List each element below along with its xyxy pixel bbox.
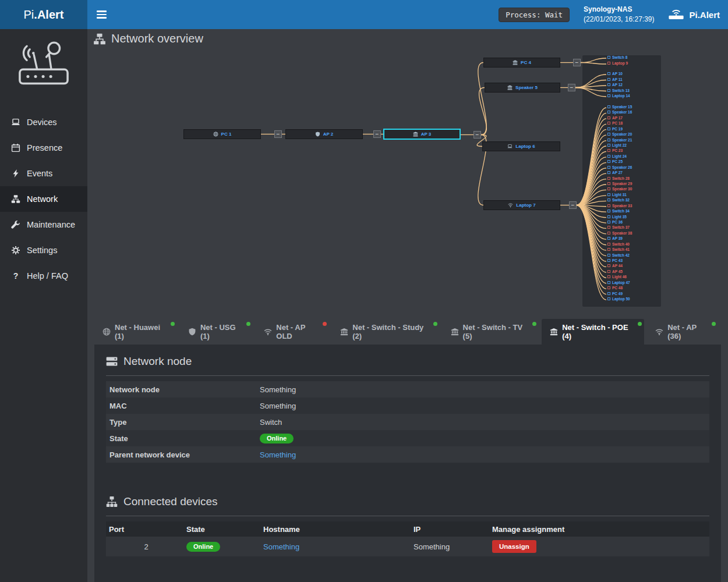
tab-net-huawei-1[interactable]: Net - Huawei (1) — [94, 319, 177, 345]
device-switch-41[interactable]: Switch 41 — [607, 247, 630, 251]
device-speaker-26[interactable]: Speaker 26 — [607, 165, 632, 169]
device-ap-11[interactable]: AP 11 — [607, 77, 623, 81]
device-pc-48[interactable]: PC 48 — [607, 286, 623, 290]
device-pc-19[interactable]: PC 19 — [607, 127, 623, 131]
collapse-toggle[interactable]: − — [373, 130, 381, 138]
device-pc-49[interactable]: PC 49 — [607, 292, 623, 296]
device-label: Speaker 16 — [612, 110, 632, 114]
tab-label: Net - AP (36) — [667, 323, 710, 340]
collapse-toggle[interactable]: − — [569, 201, 577, 209]
tab-net-switch-study-2[interactable]: Net - Switch - Study (2) — [332, 319, 439, 345]
tab-net-switch-poe-4[interactable]: Net - Switch - POE (4) — [542, 319, 644, 345]
device-light-46[interactable]: Light 46 — [607, 275, 627, 279]
device-speaker-30[interactable]: Speaker 30 — [607, 187, 632, 191]
network-wired-icon — [93, 33, 106, 45]
device-pc-36[interactable]: PC 36 — [607, 220, 623, 224]
network-node-laptop-7[interactable]: Laptop 7 — [483, 200, 560, 210]
network-node-speaker-5[interactable]: Speaker 5 — [485, 83, 560, 93]
device-switch-28[interactable]: Switch 28 — [607, 176, 630, 180]
device-pc-25[interactable]: PC 25 — [607, 159, 623, 164]
device-speaker-20[interactable]: Speaker 20 — [607, 132, 632, 136]
sidebar-item-presence[interactable]: Presence — [0, 135, 87, 161]
sidebar-item-network[interactable]: Network — [0, 186, 87, 212]
device-speaker-16[interactable]: Speaker 16 — [607, 110, 632, 114]
collapse-toggle[interactable]: − — [473, 131, 481, 139]
device-light-35[interactable]: Light 35 — [607, 215, 627, 219]
device-ap-17[interactable]: AP 17 — [607, 116, 623, 120]
pc-icon — [607, 221, 610, 223]
unassign-button[interactable]: Unassign — [492, 540, 536, 553]
device-laptop-47[interactable]: Laptop 47 — [607, 281, 630, 285]
detail-value: Switch — [260, 418, 282, 427]
device-ap-39[interactable]: AP 39 — [607, 236, 623, 240]
sidebar-item-maintenance[interactable]: Maintenance — [0, 212, 87, 237]
device-pc-18[interactable]: PC 18 — [607, 121, 623, 125]
wifi-icon — [508, 203, 513, 208]
device-label: AP 11 — [612, 77, 623, 81]
ap-icon — [607, 72, 610, 75]
sidebar-item-events[interactable]: Events — [0, 161, 87, 186]
device-pc-43[interactable]: PC 43 — [607, 258, 623, 262]
device-light-22[interactable]: Light 22 — [607, 143, 627, 147]
device-laptop-9[interactable]: Laptop 9 — [607, 61, 628, 65]
device-label: Speaker 33 — [612, 204, 632, 208]
bank-icon — [340, 328, 348, 336]
tab-net-usg-1[interactable]: Net - USG (1) — [180, 319, 253, 345]
device-switch-8[interactable]: Switch 8 — [607, 55, 627, 59]
device-laptop-50[interactable]: Laptop 50 — [607, 297, 630, 301]
device-speaker-21[interactable]: Speaker 21 — [607, 138, 632, 142]
tab-net-ap-old[interactable]: Net - AP OLD — [256, 319, 329, 345]
settings-icon — [11, 246, 20, 255]
device-ap-45[interactable]: AP 45 — [607, 269, 623, 274]
collapse-toggle[interactable]: − — [274, 130, 282, 138]
sidebar-item-settings[interactable]: Settings — [0, 237, 87, 263]
ap-icon — [607, 270, 610, 273]
device-light-31[interactable]: Light 31 — [607, 193, 627, 197]
parent-device-link[interactable]: Something — [260, 450, 296, 459]
status-dot — [532, 322, 536, 326]
top-header: Pi.Alert Process: Wait Synology-NAS (22/… — [0, 0, 728, 29]
device-speaker-33[interactable]: Speaker 33 — [607, 204, 632, 208]
device-speaker-38[interactable]: Speaker 38 — [607, 231, 632, 235]
ip-cell: Something — [411, 537, 489, 556]
switch-icon — [607, 198, 610, 201]
network-node-pc-1[interactable]: PC 1 — [183, 129, 261, 139]
status-dot — [433, 322, 437, 326]
collapse-toggle[interactable]: − — [573, 59, 581, 66]
app-logo[interactable]: Pi.Alert — [0, 0, 87, 29]
tab-net-switch-tv-5[interactable]: Net - Switch - TV (5) — [443, 319, 539, 345]
network-node-ap-2[interactable]: AP 2 — [285, 129, 363, 139]
network-node-ap-3[interactable]: AP 3 — [383, 129, 461, 140]
device-speaker-15[interactable]: Speaker 15 — [607, 105, 632, 109]
device-ap-10[interactable]: AP 10 — [607, 72, 623, 76]
device-label: Laptop 9 — [612, 61, 628, 65]
node-label: Laptop 6 — [515, 144, 535, 149]
network-node-pc-4[interactable]: PC 4 — [483, 58, 560, 68]
device-label: AP 17 — [612, 116, 623, 120]
sidebar-item-devices[interactable]: Devices — [0, 109, 87, 135]
device-light-24[interactable]: Light 24 — [607, 154, 627, 158]
sidebar-item-help-faq[interactable]: ?Help / FAQ — [0, 263, 87, 289]
hostname-link[interactable]: Something — [263, 542, 299, 551]
device-switch-32[interactable]: Switch 32 — [607, 198, 630, 202]
ap-icon — [607, 264, 610, 267]
menu-toggle-button[interactable] — [97, 9, 107, 20]
collapse-toggle[interactable]: − — [568, 84, 575, 91]
network-node-laptop-6[interactable]: Laptop 6 — [482, 141, 560, 151]
tab-net-ap-36[interactable]: Net - AP (36) — [647, 319, 718, 345]
device-laptop-14[interactable]: Laptop 14 — [607, 94, 630, 98]
tab-label: Net - Huawei (1) — [115, 323, 169, 340]
device-pc-23[interactable]: PC 23 — [607, 148, 623, 152]
device-switch-40[interactable]: Switch 40 — [607, 242, 630, 246]
device-switch-42[interactable]: Switch 42 — [607, 253, 630, 257]
device-label: AP 12 — [612, 83, 623, 87]
device-ap-27[interactable]: AP 27 — [607, 171, 623, 175]
device-ap-44[interactable]: AP 44 — [607, 264, 623, 268]
device-switch-37[interactable]: Switch 37 — [607, 225, 630, 229]
device-switch-13[interactable]: Switch 13 — [607, 88, 630, 93]
column-header-port: Port — [106, 521, 183, 537]
device-switch-34[interactable]: Switch 34 — [607, 209, 630, 213]
ap-icon — [607, 171, 610, 174]
device-ap-12[interactable]: AP 12 — [607, 83, 623, 87]
device-speaker-29[interactable]: Speaker 29 — [607, 182, 632, 186]
